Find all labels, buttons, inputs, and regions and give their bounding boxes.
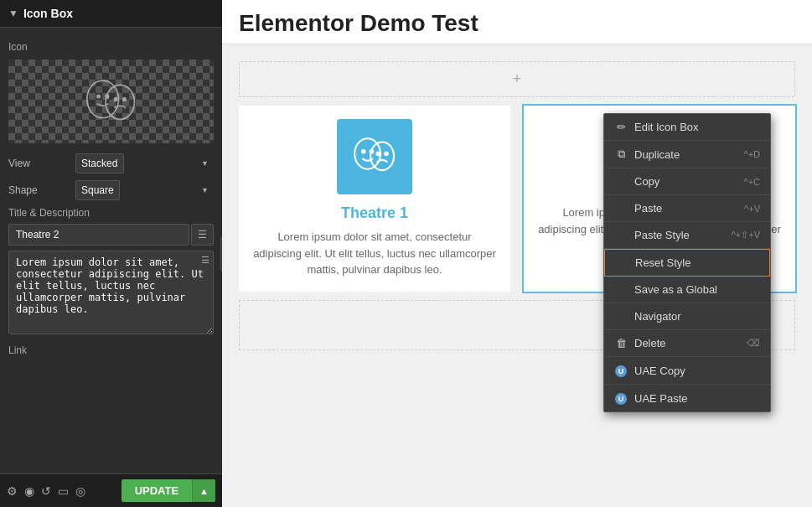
- ctx-reset-style-label: Reset Style: [635, 256, 690, 269]
- ctx-duplicate-label: Duplicate: [634, 148, 680, 161]
- add-section-button[interactable]: +: [239, 61, 795, 97]
- ctx-edit-icon-box[interactable]: ✏ Edit Icon Box: [604, 114, 770, 141]
- ctx-uae-copy-label: UAE Copy: [634, 365, 685, 377]
- ctx-reset-style[interactable]: Reset Style: [604, 249, 770, 277]
- title-options-btn[interactable]: ☰: [191, 224, 214, 246]
- ctx-delete[interactable]: 🗑 Delete ⌫: [604, 330, 770, 357]
- toolbar-icons-group: ⚙ ◉ ↺ ▭ ◎: [7, 484, 85, 498]
- update-btn-wrapper: UPDATE ▲: [122, 479, 215, 502]
- svg-point-3: [106, 85, 134, 119]
- update-button[interactable]: UPDATE: [122, 479, 192, 502]
- textarea-icon: ☰: [201, 255, 209, 266]
- delete-icon: 🗑: [614, 337, 628, 349]
- paste-shortcut: ^+V: [744, 204, 760, 214]
- delete-shortcut: ⌫: [747, 338, 760, 349]
- card-1-title: Theatre 1: [341, 204, 408, 222]
- title-input[interactable]: [8, 224, 189, 246]
- ctx-navigator-label: Navigator: [634, 310, 681, 323]
- ctx-paste-style[interactable]: Paste Style ^+⇧+V: [604, 222, 770, 249]
- duplicate-icon: ⧉: [614, 147, 628, 161]
- panel-collapse-arrow[interactable]: ▼: [8, 8, 18, 19]
- ctx-paste-style-label: Paste Style: [634, 229, 690, 241]
- view-select-wrapper: Stacked Framed Default: [75, 153, 214, 173]
- svg-point-4: [113, 97, 117, 101]
- responsive-icon[interactable]: ▭: [58, 484, 69, 498]
- edit-icon: ✏: [614, 121, 628, 133]
- layers-icon[interactable]: ◉: [24, 484, 34, 498]
- ctx-duplicate[interactable]: ⧉ Duplicate ^+D: [604, 141, 770, 168]
- settings-icon[interactable]: ⚙: [7, 484, 18, 498]
- left-panel: ▼ Icon Box Icon View: [0, 0, 222, 507]
- paste-style-shortcut: ^+⇧+V: [732, 230, 760, 241]
- uae-paste-icon: U: [614, 391, 628, 405]
- svg-point-9: [370, 142, 394, 171]
- uae-copy-icon: U: [614, 364, 628, 377]
- svg-point-11: [384, 152, 389, 157]
- description-textarea[interactable]: Lorem ipsum dolor sit amet, consectetur …: [8, 251, 214, 334]
- svg-point-1: [96, 94, 101, 98]
- panel-body: Icon View Stacked: [0, 28, 222, 473]
- shape-field-row: Shape Square Circle: [8, 180, 214, 200]
- shape-select-wrapper: Square Circle: [75, 180, 214, 200]
- description-wrapper: Lorem ipsum dolor sit amet, consectetur …: [8, 251, 214, 338]
- ctx-copy-label: Copy: [634, 175, 659, 188]
- shape-select[interactable]: Square Circle: [75, 180, 120, 200]
- link-label: Link: [8, 344, 214, 356]
- history-icon[interactable]: ↺: [41, 484, 51, 498]
- svg-point-7: [361, 149, 366, 154]
- view-field-row: View Stacked Framed Default: [8, 153, 214, 173]
- shape-label: Shape: [8, 184, 75, 196]
- preview-icon[interactable]: ◎: [75, 484, 85, 498]
- theatre-1-icon: [351, 136, 398, 178]
- title-input-row: ☰: [8, 224, 214, 246]
- page-title: Elementor Demo Test: [222, 0, 812, 44]
- card-1-desc: Lorem ipsum dolor sit amet, consectetur …: [252, 229, 497, 278]
- ctx-edit-label: Edit Icon Box: [634, 121, 699, 133]
- title-desc-section-label: Title & Description: [8, 207, 214, 219]
- panel-title: Icon Box: [23, 7, 73, 20]
- ctx-copy[interactable]: Copy ^+C: [604, 168, 770, 195]
- ctx-paste-label: Paste: [634, 202, 662, 215]
- ctx-uae-paste[interactable]: U UAE Paste: [604, 385, 770, 411]
- ctx-navigator[interactable]: Navigator: [604, 303, 770, 330]
- ctx-paste[interactable]: Paste ^+V: [604, 195, 770, 222]
- context-menu: ✏ Edit Icon Box ⧉ Duplicate ^+D Copy ^+C…: [603, 113, 771, 412]
- ctx-save-global[interactable]: Save as a Global: [604, 277, 770, 303]
- duplicate-shortcut: ^+D: [743, 149, 760, 159]
- icon-section-label: Icon: [8, 41, 214, 53]
- icon-preview[interactable]: [8, 59, 214, 143]
- ctx-uae-paste-label: UAE Paste: [634, 392, 688, 405]
- card-1-icon-img: [337, 119, 412, 194]
- main-area: Elementor Demo Test +: [222, 0, 812, 507]
- view-label: View: [8, 158, 75, 169]
- theatre-card-1[interactable]: Theatre 1 Lorem ipsum dolor sit amet, co…: [239, 106, 510, 292]
- panel-header: ▼ Icon Box: [0, 0, 222, 28]
- copy-shortcut: ^+C: [743, 177, 760, 187]
- ctx-uae-copy[interactable]: U UAE Copy: [604, 357, 770, 385]
- panel-collapse-handle[interactable]: ❮: [220, 237, 222, 271]
- theatre-icon: [82, 76, 141, 127]
- ctx-save-global-label: Save as a Global: [634, 283, 717, 296]
- update-arrow-button[interactable]: ▲: [192, 479, 215, 502]
- bottom-toolbar: ⚙ ◉ ↺ ▭ ◎ UPDATE ▲: [0, 473, 222, 507]
- view-select[interactable]: Stacked Framed Default: [75, 153, 124, 173]
- svg-point-10: [375, 152, 380, 157]
- svg-point-5: [122, 97, 126, 101]
- ctx-delete-label: Delete: [634, 337, 666, 349]
